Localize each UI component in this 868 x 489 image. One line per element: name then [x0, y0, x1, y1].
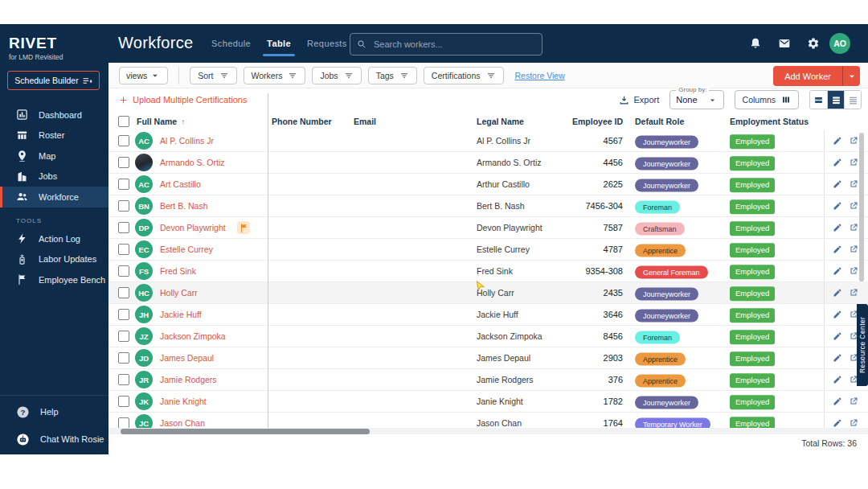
open-in-new-icon[interactable] [849, 288, 858, 298]
open-in-new-icon[interactable] [849, 223, 858, 232]
add-worker-caret[interactable] [842, 66, 860, 86]
row-checkbox[interactable] [118, 179, 129, 190]
open-in-new-icon[interactable] [849, 244, 858, 254]
export-button[interactable]: Export [619, 95, 659, 105]
pencil-icon[interactable] [833, 266, 842, 276]
row-checkbox[interactable] [118, 157, 129, 168]
row-checkbox[interactable] [118, 222, 129, 233]
column-header-employee-id[interactable]: Employee ID [542, 117, 623, 126]
open-in-new-icon[interactable] [849, 397, 858, 406]
search-box[interactable] [350, 33, 542, 55]
table-row[interactable]: JKJanie KnightJanie Knight1782Journeywor… [108, 391, 868, 413]
row-checkbox[interactable] [118, 374, 129, 385]
sidebar-item-action-log[interactable]: Action Log [0, 228, 108, 249]
tab-table[interactable]: Table [267, 39, 291, 48]
pencil-icon[interactable] [833, 158, 842, 167]
pencil-icon[interactable] [833, 418, 842, 428]
column-header-full-name[interactable]: Full Name↑ [137, 117, 185, 126]
row-checkbox[interactable] [118, 135, 129, 146]
table-row[interactable]: FSFred SinkFred Sink9354-308General Fore… [108, 261, 868, 282]
sidebar-item-roster[interactable]: Roster [0, 125, 108, 146]
sidebar-item-labor-updates[interactable]: Labor Updates [0, 249, 108, 270]
full-name-link[interactable]: Al P. Collins Jr [160, 136, 214, 146]
table-row[interactable]: JHJackie HuffJackie Huff3646Journeyworke… [108, 304, 868, 326]
search-input[interactable] [372, 39, 535, 50]
row-checkbox[interactable] [118, 417, 129, 428]
pencil-icon[interactable] [833, 179, 842, 189]
pencil-icon[interactable] [833, 288, 842, 298]
column-header-legal-name[interactable]: Legal Name [477, 117, 524, 126]
pencil-icon[interactable] [833, 136, 842, 146]
views-dropdown[interactable]: views [119, 67, 168, 84]
open-in-new-icon[interactable] [849, 136, 858, 146]
horizontal-scrollbar[interactable] [121, 429, 370, 434]
restore-view-link[interactable]: Restore View [515, 71, 565, 80]
table-row[interactable]: HCHolly CarrHolly Carr2435JourneyworkerE… [108, 282, 868, 304]
bell-icon[interactable] [749, 37, 762, 50]
row-checkbox[interactable] [118, 309, 129, 320]
schedule-builder-button[interactable]: Schedule Builder [7, 71, 100, 90]
full-name-link[interactable]: Janie Knight [160, 397, 207, 406]
table-row[interactable]: ACAl P. Collins JrAl P. Collins Jr4567Jo… [108, 130, 868, 152]
table-row[interactable]: BNBert B. NashBert B. Nash7456-304Forema… [108, 195, 868, 217]
filter-button-jobs[interactable]: Jobs [312, 67, 361, 84]
pencil-icon[interactable] [833, 310, 842, 319]
column-header-phone[interactable]: Phone Number [272, 117, 332, 126]
density-standard-toggle[interactable] [827, 91, 844, 109]
full-name-link[interactable]: Art Castillo [160, 179, 201, 189]
sidebar-item-dashboard[interactable]: Dashboard [0, 105, 108, 125]
full-name-link[interactable]: Armando S. Ortiz [160, 158, 225, 167]
full-name-link[interactable]: Fred Sink [160, 266, 196, 276]
table-row[interactable]: JRJamie RodgersJamie Rodgers376Apprentic… [108, 369, 868, 391]
row-checkbox[interactable] [118, 200, 129, 212]
full-name-link[interactable]: Estelle Currey [160, 244, 213, 254]
tab-requests[interactable]: Requests [307, 39, 347, 48]
select-all-checkbox[interactable] [118, 116, 129, 127]
density-comfortable-toggle[interactable] [810, 91, 827, 109]
sidebar-item-employee-bench[interactable]: Employee Bench [0, 269, 108, 290]
open-in-new-icon[interactable] [849, 201, 858, 211]
sidebar-item-jobs[interactable]: Jobs [0, 166, 108, 187]
sidebar-item-map[interactable]: Map [0, 146, 108, 166]
columns-button[interactable]: Columns [735, 90, 799, 109]
table-row[interactable]: JZJackson ZimpokaJackson Zimpoka8456Fore… [108, 326, 868, 347]
filter-button-workers[interactable]: Workers [244, 67, 306, 84]
full-name-link[interactable]: Bert B. Nash [160, 201, 208, 211]
row-checkbox[interactable] [118, 244, 129, 255]
column-header-email[interactable]: Email [354, 117, 376, 126]
gear-icon[interactable] [807, 37, 820, 50]
column-header-default-role[interactable]: Default Role [635, 117, 684, 126]
filter-button-tags[interactable]: Tags [368, 67, 417, 84]
resource-center-tab[interactable]: Resource Center [857, 304, 868, 386]
full-name-link[interactable]: Holly Carr [160, 288, 198, 298]
open-in-new-icon[interactable] [849, 418, 858, 428]
add-worker-button[interactable]: Add Worker [773, 66, 842, 86]
pencil-icon[interactable] [833, 223, 842, 232]
table-row[interactable]: JDJames DepaulJames Depaul2903Apprentice… [108, 347, 868, 369]
pencil-icon[interactable] [833, 244, 842, 254]
sidebar-item-help[interactable]: ?Help [0, 398, 108, 425]
open-in-new-icon[interactable] [849, 158, 858, 167]
upload-certifications-link[interactable]: Upload Multiple Certifications [119, 95, 247, 105]
full-name-link[interactable]: Jamie Rodgers [160, 375, 217, 384]
sidebar-item-chat-with-rosie[interactable]: Chat With Rosie [0, 425, 108, 453]
row-checkbox[interactable] [118, 287, 129, 298]
filter-button-certifications[interactable]: Certifications [424, 67, 504, 84]
group-by-select[interactable]: Group by: None [669, 90, 723, 109]
full-name-link[interactable]: Jackie Huff [160, 310, 202, 319]
pencil-icon[interactable] [833, 201, 842, 211]
table-row[interactable]: ECEstelle CurreyEstelle Currey4787Appren… [108, 239, 868, 261]
pencil-icon[interactable] [833, 375, 842, 384]
open-in-new-icon[interactable] [849, 266, 858, 276]
filter-button-sort[interactable]: Sort [190, 67, 236, 84]
pencil-icon[interactable] [833, 397, 842, 406]
row-checkbox[interactable] [118, 265, 129, 277]
full-name-link[interactable]: James Depaul [160, 353, 214, 363]
table-row[interactable]: Armando S. OrtizArmando S. Ortiz4456Jour… [108, 152, 868, 174]
table-row[interactable]: JCJason ChanJason Chan1764Temporary Work… [108, 413, 868, 428]
row-checkbox[interactable] [118, 396, 129, 407]
table-row[interactable]: DPDevon PlaywrightDevon Playwright7587Cr… [108, 217, 868, 239]
open-in-new-icon[interactable] [849, 179, 858, 189]
column-header-employment-status[interactable]: Employment Status [730, 117, 809, 126]
row-checkbox[interactable] [118, 352, 129, 364]
